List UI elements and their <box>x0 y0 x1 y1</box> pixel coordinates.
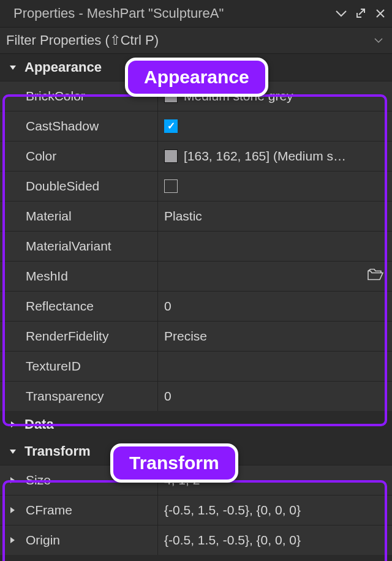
prop-label-text: Origin <box>26 533 60 548</box>
prop-material[interactable]: Material Plastic <box>0 201 392 231</box>
prop-value[interactable]: {-0.5, 1.5, -0.5}, {0, 0, 0} <box>158 495 392 525</box>
caret-right-icon <box>9 420 24 429</box>
undock-icon[interactable] <box>355 8 366 19</box>
prop-meshid[interactable]: MeshId <box>0 261 392 291</box>
prop-value-text: Precise <box>164 329 207 344</box>
caret-down-icon <box>9 63 24 72</box>
section-label: Appearance <box>24 59 102 75</box>
prop-color[interactable]: Color [163, 162, 165] (Medium s… <box>0 141 392 171</box>
prop-value[interactable] <box>158 171 392 201</box>
window-controls <box>336 8 386 19</box>
panel-title: Properties - MeshPart "SculptureA" <box>13 6 336 21</box>
transform-callout-badge: Transform <box>110 443 238 483</box>
prop-origin[interactable]: Origin {-0.5, 1.5, -0.5}, {0, 0, 0} <box>0 525 392 555</box>
prop-materialvariant[interactable]: MaterialVariant <box>0 231 392 261</box>
panel-titlebar: Properties - MeshPart "SculptureA" <box>0 0 392 27</box>
appearance-group: BrickColor Medium stone grey CastShadow … <box>0 81 392 411</box>
prop-value-text: Plastic <box>164 209 202 224</box>
prop-transparency[interactable]: Transparency 0 <box>0 381 392 411</box>
prop-value[interactable]: Precise <box>158 322 392 351</box>
prop-value-text: 0 <box>164 389 172 404</box>
section-label: Transform <box>24 443 91 459</box>
filter-placeholder: Filter Properties (⇧Ctrl P) <box>6 32 371 48</box>
prop-label: RenderFidelity <box>0 322 158 351</box>
caret-down-icon <box>9 447 24 456</box>
prop-value[interactable]: {-0.5, 1.5, -0.5}, {0, 0, 0} <box>158 525 392 555</box>
prop-label: DoubleSided <box>0 171 158 201</box>
prop-doublesided[interactable]: DoubleSided <box>0 171 392 201</box>
filter-bar[interactable]: Filter Properties (⇧Ctrl P) <box>0 27 392 54</box>
prop-value[interactable] <box>158 232 392 261</box>
color-swatch-icon <box>164 149 178 163</box>
prop-label: Origin <box>0 525 158 555</box>
prop-label: Material <box>0 201 158 231</box>
prop-label: TextureID <box>0 352 158 381</box>
section-header-data[interactable]: Data <box>0 411 392 438</box>
prop-value-text: {-0.5, 1.5, -0.5}, {0, 0, 0} <box>164 533 301 548</box>
caret-right-icon[interactable] <box>9 506 26 514</box>
prop-value-text: 0 <box>164 299 172 314</box>
checkbox-unchecked-icon[interactable] <box>164 179 178 193</box>
prop-label: Reflectance <box>0 292 158 321</box>
section-label: Data <box>24 416 54 432</box>
prop-castshadow[interactable]: CastShadow <box>0 111 392 141</box>
prop-label: MeshId <box>0 262 158 291</box>
prop-value[interactable]: 0 <box>158 292 392 321</box>
prop-reflectance[interactable]: Reflectance 0 <box>0 291 392 321</box>
prop-value-text: [163, 162, 165] (Medium s… <box>184 149 346 164</box>
prop-label: MaterialVariant <box>0 232 158 261</box>
prop-value[interactable]: 0 <box>158 382 392 411</box>
prop-value[interactable]: [163, 162, 165] (Medium s… <box>158 141 392 171</box>
checkbox-checked-icon[interactable] <box>164 119 178 133</box>
prop-value[interactable] <box>158 262 392 291</box>
appearance-callout-badge: Appearance <box>125 58 268 97</box>
prop-label-text: CFrame <box>26 503 72 518</box>
chevron-down-icon[interactable] <box>336 8 347 19</box>
prop-label: CFrame <box>0 495 158 525</box>
prop-label: Color <box>0 141 158 171</box>
prop-value[interactable]: Plastic <box>158 201 392 231</box>
prop-renderfidelity[interactable]: RenderFidelity Precise <box>0 321 392 351</box>
prop-value-text: {-0.5, 1.5, -0.5}, {0, 0, 0} <box>164 503 301 518</box>
prop-label: CastShadow <box>0 111 158 141</box>
prop-label: Transparency <box>0 382 158 411</box>
caret-right-icon[interactable] <box>9 476 26 484</box>
prop-cframe[interactable]: CFrame {-0.5, 1.5, -0.5}, {0, 0, 0} <box>0 495 392 525</box>
prop-label-text: Size <box>26 473 51 488</box>
folder-open-icon[interactable] <box>368 269 383 284</box>
prop-value[interactable] <box>158 111 392 141</box>
filter-menu-icon[interactable] <box>371 37 386 43</box>
properties-panel: Properties - MeshPart "SculptureA" Filte… <box>0 0 392 561</box>
close-icon[interactable] <box>375 8 386 19</box>
prop-textureid[interactable]: TextureID <box>0 351 392 381</box>
caret-right-icon[interactable] <box>9 537 26 544</box>
prop-value[interactable] <box>158 352 392 381</box>
